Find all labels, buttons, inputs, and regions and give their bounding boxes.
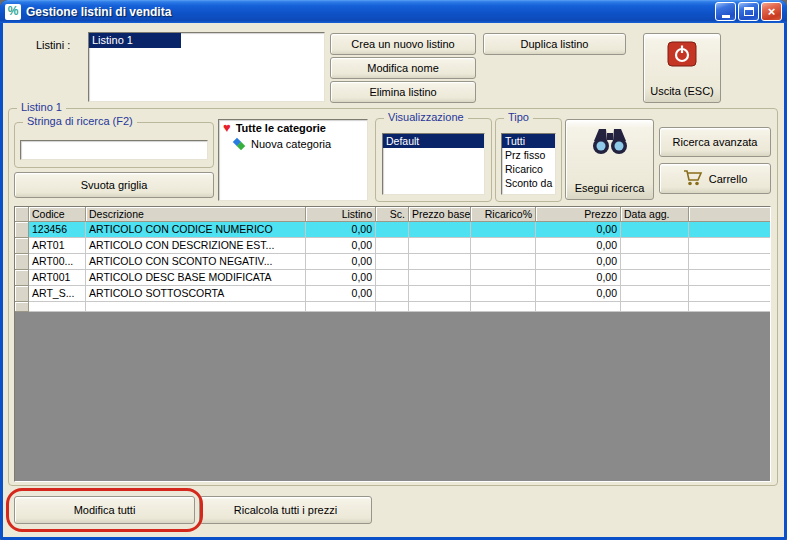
cell-prezzo-base[interactable]: [409, 286, 471, 302]
tipo-title: Tipo: [504, 111, 533, 123]
cell-prezzo-base[interactable]: [409, 238, 471, 254]
list-item-tutti[interactable]: Tutti: [502, 134, 555, 148]
modifica-tutti-button[interactable]: Modifica tutti: [14, 496, 195, 524]
modifica-nome-button[interactable]: Modifica nome: [330, 57, 476, 79]
titlebar[interactable]: % Gestione listini di vendita ×: [0, 0, 787, 23]
column-header-descrizione[interactable]: Descrizione: [86, 207, 306, 222]
cell-sc[interactable]: [376, 254, 409, 270]
cell-codice[interactable]: ART_S...: [29, 286, 86, 302]
grid-row[interactable]: ART001ARTICOLO DESC BASE MODIFICATA0,000…: [15, 270, 770, 286]
cell-descrizione[interactable]: ARTICOLO CON CODICE NUMERICO: [86, 222, 306, 238]
grid-row[interactable]: 123456ARTICOLO CON CODICE NUMERICO0,000,…: [15, 222, 770, 238]
row-header-cell[interactable]: [15, 254, 29, 270]
cell-sc[interactable]: [376, 286, 409, 302]
cell-prezzo[interactable]: 0,00: [536, 270, 621, 286]
cell-ricarico[interactable]: [471, 222, 536, 238]
column-header-prezzo-base[interactable]: Prezzo base: [409, 207, 471, 222]
listini-listbox[interactable]: Listino 1: [88, 32, 325, 102]
grid-empty-row: [15, 302, 770, 312]
cell-prezzo[interactable]: 0,00: [536, 254, 621, 270]
cell-data-agg[interactable]: [621, 238, 689, 254]
row-header-cell[interactable]: [15, 286, 29, 302]
cell-listino[interactable]: 0,00: [306, 238, 376, 254]
ricerca-avanzata-button[interactable]: Ricerca avanzata: [659, 127, 771, 157]
cell-data-agg[interactable]: [621, 270, 689, 286]
elimina-listino-button[interactable]: Elimina listino: [330, 81, 476, 103]
cell-filler: [689, 254, 770, 270]
cell-listino[interactable]: 0,00: [306, 254, 376, 270]
cell-prezzo-base[interactable]: [409, 270, 471, 286]
cell-listino[interactable]: 0,00: [306, 222, 376, 238]
list-item-sconto-da-listin[interactable]: Sconto da listin: [502, 176, 555, 190]
row-header-cell[interactable]: [15, 238, 29, 254]
esegui-ricerca-button[interactable]: Esegui ricerca: [565, 119, 654, 200]
cell-sc[interactable]: [376, 238, 409, 254]
tree-item-nuova-categoria[interactable]: Nuova categoria: [219, 136, 367, 152]
cell-descrizione[interactable]: ARTICOLO DESC BASE MODIFICATA: [86, 270, 306, 286]
price-grid[interactable]: CodiceDescrizioneListinoSc.Prezzo baseRi…: [14, 206, 771, 482]
maximize-button[interactable]: [738, 2, 759, 21]
tree-item-tutte-le-categorie[interactable]: ♥Tutte le categorie: [219, 120, 367, 136]
uscita-label: Uscita (ESC): [650, 85, 714, 97]
visualizzazione-title: Visualizzazione: [384, 111, 468, 123]
tipo-listbox[interactable]: TuttiPrz fissoRicaricoSconto da listin: [501, 133, 556, 195]
cell-descrizione[interactable]: ARTICOLO CON DESCRIZIONE EST...: [86, 238, 306, 254]
cell-listino[interactable]: 0,00: [306, 270, 376, 286]
cell-data-agg[interactable]: [621, 222, 689, 238]
visualizzazione-listbox[interactable]: Default: [382, 133, 485, 195]
cell-prezzo-base[interactable]: [409, 254, 471, 270]
cell-prezzo[interactable]: 0,00: [536, 286, 621, 302]
empty-cell: [471, 302, 536, 312]
cell-ricarico[interactable]: [471, 238, 536, 254]
tree-item-label: Tutte le categorie: [236, 122, 326, 134]
cell-codice[interactable]: ART001: [29, 270, 86, 286]
cell-sc[interactable]: [376, 270, 409, 286]
grid-row[interactable]: ART00...ARTICOLO CON SCONTO NEGATIV...0,…: [15, 254, 770, 270]
column-header-codice[interactable]: Codice: [29, 207, 86, 222]
list-item-default[interactable]: Default: [383, 134, 484, 148]
grid-row[interactable]: ART01ARTICOLO CON DESCRIZIONE EST...0,00…: [15, 238, 770, 254]
cell-prezzo-base[interactable]: [409, 222, 471, 238]
uscita-button[interactable]: Uscita (ESC): [643, 33, 721, 103]
list-item-prz-fisso[interactable]: Prz fisso: [502, 148, 555, 162]
column-header-prezzo[interactable]: Prezzo: [536, 207, 621, 222]
cell-ricarico[interactable]: [471, 270, 536, 286]
cell-codice[interactable]: 123456: [29, 222, 86, 238]
listini-label: Listini :: [36, 39, 70, 51]
column-header-ricarico[interactable]: Ricarico%: [471, 207, 536, 222]
cell-filler: [689, 302, 770, 312]
close-icon: ×: [768, 4, 776, 19]
cell-descrizione[interactable]: ARTICOLO SOTTOSCORTA: [86, 286, 306, 302]
cell-prezzo[interactable]: 0,00: [536, 222, 621, 238]
empty-cell: [29, 302, 86, 312]
crea-nuovo-listino-button[interactable]: Crea un nuovo listino: [330, 33, 476, 55]
column-header-data-agg[interactable]: Data agg.: [621, 207, 689, 222]
row-header-cell[interactable]: [15, 222, 29, 238]
search-input[interactable]: [20, 140, 208, 160]
categorie-tree[interactable]: ♥Tutte le categorieNuova categoria: [218, 119, 368, 201]
cell-data-agg[interactable]: [621, 254, 689, 270]
column-header-listino[interactable]: Listino: [306, 207, 376, 222]
cell-data-agg[interactable]: [621, 286, 689, 302]
row-header-cell[interactable]: [15, 270, 29, 286]
ricalcola-prezzi-button[interactable]: Ricalcola tutti i prezzi: [199, 496, 372, 524]
cell-ricarico[interactable]: [471, 286, 536, 302]
cell-codice[interactable]: ART00...: [29, 254, 86, 270]
column-header-sc[interactable]: Sc.: [376, 207, 409, 222]
cell-filler: [689, 238, 770, 254]
cell-filler: [689, 222, 770, 238]
close-button[interactable]: ×: [761, 2, 782, 21]
cell-listino[interactable]: 0,00: [306, 286, 376, 302]
cell-descrizione[interactable]: ARTICOLO CON SCONTO NEGATIV...: [86, 254, 306, 270]
duplica-listino-button[interactable]: Duplica listino: [483, 33, 626, 55]
grid-row[interactable]: ART_S...ARTICOLO SOTTOSCORTA0,000,00: [15, 286, 770, 302]
cell-sc[interactable]: [376, 222, 409, 238]
minimize-button[interactable]: [715, 2, 736, 21]
cell-codice[interactable]: ART01: [29, 238, 86, 254]
svuota-griglia-button[interactable]: Svuota griglia: [14, 172, 214, 198]
list-item-ricarico[interactable]: Ricarico: [502, 162, 555, 176]
cell-ricarico[interactable]: [471, 254, 536, 270]
list-item-listino-1[interactable]: Listino 1: [89, 33, 181, 48]
carrello-button[interactable]: Carrello: [659, 163, 771, 194]
cell-prezzo[interactable]: 0,00: [536, 238, 621, 254]
